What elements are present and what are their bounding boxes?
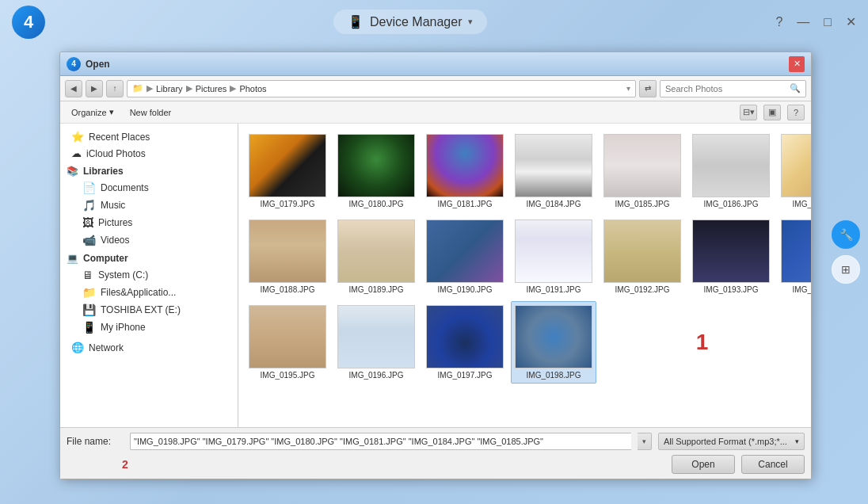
- file-thumb-0185: [603, 134, 681, 197]
- sidebar-item-system-c[interactable]: 🖥 System (C:): [60, 266, 238, 284]
- breadcrumb-photos[interactable]: Photos: [239, 84, 266, 94]
- file-item-0196[interactable]: IMG_0196.JPG: [333, 301, 419, 384]
- window-controls: ? — □ ✕: [775, 14, 856, 29]
- dialog-close-button[interactable]: ✕: [789, 56, 805, 72]
- organize-arrow: ▾: [109, 107, 114, 117]
- pictures-icon: 🖼: [82, 216, 93, 229]
- documents-icon: 📄: [82, 181, 96, 194]
- file-thumb-0192: [603, 220, 681, 283]
- file-name-0192: IMG_0192.JPG: [615, 285, 670, 294]
- restore-button[interactable]: □: [824, 15, 832, 29]
- sidebar-item-label: Music: [101, 200, 125, 211]
- file-thumb-0187: [781, 134, 811, 197]
- open-button[interactable]: Open: [672, 455, 735, 474]
- file-item-0190[interactable]: IMG_0190.JPG: [422, 216, 508, 298]
- view-options-button[interactable]: ⊟▾: [740, 105, 757, 120]
- file-item-0193[interactable]: IMG_0193.JPG: [688, 216, 774, 298]
- file-item-0192[interactable]: IMG_0192.JPG: [600, 216, 685, 298]
- file-item-0198[interactable]: IMG_0198.JPG: [511, 301, 596, 384]
- breadcrumb-refresh-button[interactable]: ⇄: [639, 80, 657, 97]
- file-name-0190: IMG_0190.JPG: [438, 285, 493, 294]
- title-center[interactable]: 📱 Device Manager ▾: [333, 10, 488, 34]
- app-title: Device Manager: [370, 15, 463, 29]
- file-name-0197: IMG_0197.JPG: [438, 371, 493, 380]
- organize-label: Organize: [71, 108, 107, 117]
- float-action-button[interactable]: 🔧: [832, 220, 860, 249]
- file-name-0187: IMG_0187.JPG: [793, 200, 811, 208]
- file-thumb-0193: [692, 220, 770, 283]
- file-item-0186[interactable]: IMG_0186.JPG: [688, 130, 774, 212]
- sidebar-item-network[interactable]: 🌐 Network: [60, 339, 238, 356]
- sidebar-item-recent-places[interactable]: ⭐ Recent Places: [60, 128, 238, 145]
- nav-up-button[interactable]: ↑: [106, 80, 124, 97]
- number-badge-2: 2: [122, 458, 128, 471]
- search-input[interactable]: [665, 84, 786, 94]
- sidebar-item-my-iphone[interactable]: 📱 My iPhone: [60, 319, 238, 336]
- close-button[interactable]: ✕: [846, 14, 856, 29]
- breadcrumb-pictures[interactable]: Pictures: [196, 84, 227, 94]
- file-thumb-0195: [249, 305, 326, 368]
- folder-icon: 📁: [82, 286, 96, 299]
- breadcrumb-bar: 📁 ▶ Library ▶ Pictures ▶ Photos ▾: [127, 80, 636, 97]
- file-item-0195[interactable]: IMG_0195.JPG: [245, 301, 330, 384]
- file-name-0179: IMG_0179.JPG: [261, 200, 315, 208]
- organize-button[interactable]: Organize ▾: [67, 105, 119, 119]
- file-item-0179[interactable]: IMG_0179.JPG: [245, 130, 330, 212]
- file-grid: IMG_0179.JPG IMG_0180.JPG IMG_0181.JPG I…: [238, 124, 811, 427]
- file-thumb-0190: [426, 220, 504, 283]
- filetype-label: All Supported Format (*.mp3;*...: [664, 437, 787, 446]
- breadcrumb-library[interactable]: Library: [156, 84, 183, 94]
- file-name-0196: IMG_0196.JPG: [349, 371, 404, 380]
- filename-dropdown-button[interactable]: ▾: [638, 433, 652, 450]
- file-item-0181[interactable]: IMG_0181.JPG: [422, 130, 508, 212]
- file-name-0180: IMG_0180.JPG: [349, 200, 404, 208]
- file-item-0191[interactable]: IMG_0191.JPG: [511, 216, 596, 298]
- file-item-0189[interactable]: IMG_0189.JPG: [333, 216, 419, 298]
- file-item-0187[interactable]: IMG_0187.JPG: [777, 130, 811, 212]
- sidebar-item-pictures[interactable]: 🖼 Pictures: [60, 214, 238, 231]
- float-grid-button[interactable]: ⊞: [832, 255, 860, 284]
- iphone-icon: 📱: [82, 321, 96, 334]
- libraries-label: Libraries: [83, 166, 124, 177]
- file-name-0194: IMG_0194.JPG: [793, 285, 811, 294]
- filename-input[interactable]: [130, 433, 631, 450]
- file-thumb-0179: [249, 134, 326, 197]
- file-thumb-0191: [515, 220, 592, 283]
- sidebar-item-videos[interactable]: 📹 Videos: [60, 231, 238, 249]
- dialog-logo: 4: [67, 57, 81, 71]
- toolbar: Organize ▾ New folder ⊟▾ ▣ ?: [60, 101, 811, 124]
- file-name-0186: IMG_0186.JPG: [704, 200, 759, 208]
- dialog-title-bar: 4 Open ✕: [60, 52, 811, 76]
- nav-back-button[interactable]: ◀: [65, 80, 82, 97]
- file-item-0197[interactable]: IMG_0197.JPG: [422, 301, 508, 384]
- sidebar-item-files-apps[interactable]: 📁 Files&Applicatio...: [60, 284, 238, 301]
- sidebar-item-music[interactable]: 🎵 Music: [60, 197, 238, 214]
- file-thumb-0186: [692, 134, 770, 197]
- file-item-0184[interactable]: IMG_0184.JPG: [511, 130, 596, 212]
- help-icon-button[interactable]: ?: [787, 105, 805, 120]
- file-item-0185[interactable]: IMG_0185.JPG: [600, 130, 685, 212]
- nav-forward-button[interactable]: ▶: [86, 80, 103, 97]
- sidebar-item-toshiba-ext[interactable]: 💾 TOSHIBA EXT (E:): [60, 301, 238, 319]
- search-box[interactable]: 🔍: [660, 80, 806, 97]
- file-item-0194[interactable]: IMG_0194.JPG: [777, 216, 811, 298]
- app-logo[interactable]: 4: [12, 6, 45, 39]
- search-icon: 🔍: [790, 83, 801, 94]
- sidebar-item-icloud-photos[interactable]: ☁ iCloud Photos: [60, 145, 238, 162]
- sidebar-section-computer: 💻 Computer: [60, 249, 238, 266]
- filetype-select[interactable]: All Supported Format (*.mp3;*... ▾: [658, 433, 805, 450]
- grid-row-2: IMG_0188.JPG IMG_0189.JPG IMG_0190.JPG I…: [245, 216, 805, 298]
- sidebar-item-label: Documents: [101, 182, 149, 193]
- new-folder-button[interactable]: New folder: [125, 106, 177, 119]
- file-item-0180[interactable]: IMG_0180.JPG: [333, 130, 419, 212]
- help-button[interactable]: ?: [775, 15, 782, 29]
- preview-button[interactable]: ▣: [763, 105, 781, 120]
- sidebar-item-label: Videos: [101, 235, 129, 246]
- minimize-button[interactable]: —: [797, 15, 809, 29]
- file-item-0188[interactable]: IMG_0188.JPG: [245, 216, 330, 298]
- drive-icon: 🖥: [82, 269, 93, 281]
- file-thumb-0198: [515, 305, 592, 368]
- sidebar-item-documents[interactable]: 📄 Documents: [60, 179, 238, 197]
- recent-places-icon: ⭐: [71, 131, 84, 143]
- cancel-button[interactable]: Cancel: [741, 455, 805, 474]
